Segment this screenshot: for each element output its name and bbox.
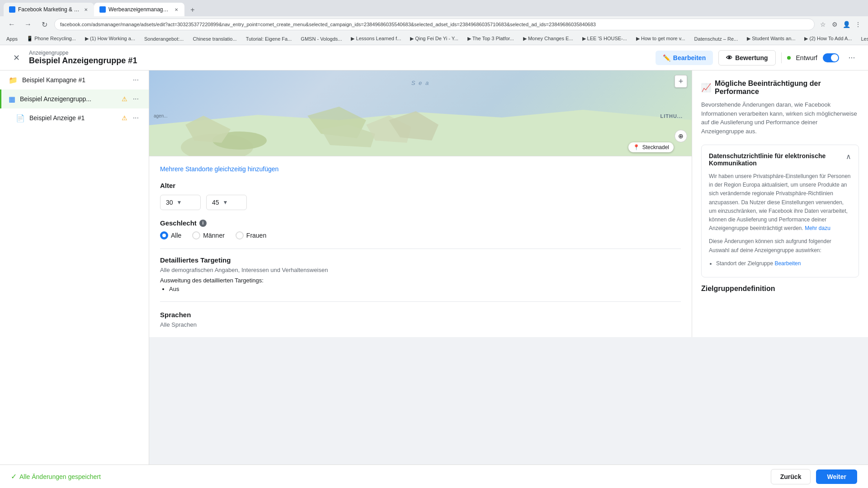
back-button[interactable]: ← (5, 18, 18, 31)
bookmark-lessons[interactable]: ▶ Lessons Learned f... (348, 35, 404, 42)
performance-warning-label: Mögliche Beeinträchtigung der Performanc… (715, 80, 859, 96)
bookmark-phone[interactable]: 📱 Phone Recycling... (24, 35, 79, 42)
privacy-body-1-text: Wir haben unsere Privatsphäre-Einstellun… (709, 173, 851, 231)
saved-check-icon: ✓ (11, 472, 17, 481)
tab-favicon-2 (99, 6, 106, 13)
map-zoom-in-button[interactable]: + (675, 75, 687, 88)
tab-close-1[interactable]: ✕ (83, 6, 89, 13)
map-lithu-label: LITHU... (660, 113, 683, 119)
browser-tab-1[interactable]: Facebook Marketing & Werbe... ✕ (4, 3, 94, 16)
ad-warning-icon: ⚠ (122, 114, 127, 122)
map-hagen-label: agen... (154, 113, 168, 118)
bookmark-qing[interactable]: ▶ Qing Fei De Yi - Y... (407, 35, 461, 42)
privacy-list-item-1: Standort der Zielgruppe Bearbeiten (716, 259, 851, 268)
targeting-expansion-value: Aus (169, 286, 681, 292)
status-toggle[interactable] (823, 53, 839, 62)
sidebar-item-ad[interactable]: 📄 Beispiel Anzeige #1 ⚠ ··· (0, 108, 149, 127)
map-sea-label: S e a (411, 80, 429, 86)
sidebar-item-adgroup[interactable]: ▦ Beispiel Anzeigengrupp... ⚠ ··· (0, 89, 149, 108)
tab-title-1: Facebook Marketing & Werbe... (18, 6, 80, 13)
address-bar[interactable]: facebook.com/adsmanager/manage/adsets/ed… (54, 19, 815, 30)
geschlecht-info-icon[interactable]: i (199, 220, 207, 227)
gender-maenner-radio[interactable] (192, 231, 200, 239)
performance-icon: 📈 (701, 83, 711, 93)
bookmark-money[interactable]: ▶ Money Changes E... (520, 35, 576, 42)
zielgruppe-title: Zielgruppendefinition (701, 285, 859, 293)
bookmark-how-working[interactable]: ▶ (1) How Working a... (82, 35, 138, 42)
mehr-dazu-link[interactable]: Mehr dazu (805, 225, 830, 231)
age-max-select[interactable]: 45 ▼ (206, 195, 247, 210)
grid-icon: ▦ (9, 95, 15, 103)
gender-alle-option[interactable]: Alle (160, 231, 181, 239)
edit-button[interactable]: ✏️ Bearbeiten (656, 51, 713, 65)
form-content: Mehrere Standorte gleichzeitig hinzufüge… (149, 156, 692, 337)
adgroup-more-button[interactable]: ··· (130, 94, 142, 104)
bookmark-daten[interactable]: Datenschutz – Re... (692, 35, 741, 42)
tab-favicon-1 (9, 6, 15, 13)
gender-alle-radio[interactable] (160, 231, 168, 239)
eye-icon: 👁 (726, 54, 732, 61)
menu-icon[interactable]: ⋮ (854, 20, 863, 29)
targeting-title: Detailliertes Targeting (160, 256, 681, 264)
profile-icon[interactable]: 👤 (842, 20, 851, 29)
map-stecknadel-button[interactable]: 📍 Stecknadel (628, 142, 674, 152)
bewertung-button[interactable]: 👁 Bewertung (718, 50, 775, 66)
adgroup-label: Beispiel Anzeigengrupp... (20, 95, 122, 103)
gender-alle-label: Alle (171, 232, 181, 239)
bookmark-gmsn[interactable]: GMSN - Vologds... (298, 35, 344, 42)
bookmark-how-get[interactable]: ▶ How to get more v... (633, 35, 688, 42)
gender-maenner-option[interactable]: Männer (192, 231, 224, 239)
targeting-expansion: Ausweitung des detaillierten Targetings:… (160, 277, 681, 292)
new-tab-button[interactable]: + (186, 4, 199, 16)
privacy-list-item-1-text: Standort der Zielgruppe (716, 260, 773, 267)
sprachen-section: Sprachen Alle Sprachen (160, 311, 681, 328)
close-button[interactable]: ✕ (9, 51, 24, 65)
geschlecht-radio-group: Alle Männer Frauen (160, 231, 681, 239)
map-location-button[interactable]: ⊕ (675, 130, 687, 142)
forward-button[interactable]: → (22, 18, 34, 31)
privacy-bearbeiten-link[interactable]: Bearbeiten (774, 260, 801, 267)
gender-frauen-radio[interactable] (236, 231, 244, 239)
right-panel: 📈 Mögliche Beeinträchtigung der Performa… (692, 70, 868, 337)
sprachen-value: Alle Sprachen (160, 321, 681, 328)
bookmark-lee[interactable]: ▶ LEE 'S HOUSE-... (580, 35, 630, 42)
main-panel: S e a LITHU... agen... + ⊕ 📍 Stecknadel … (149, 70, 692, 337)
bookmark-leseliste[interactable]: Leseliste (858, 35, 868, 42)
campaign-more-button[interactable]: ··· (130, 75, 142, 85)
browser-tab-2[interactable]: Werbeanzeigenmanager - We... ✕ (94, 3, 184, 16)
more-options-button[interactable]: ··· (844, 51, 859, 65)
file-icon: 📄 (16, 114, 25, 122)
status-dot (787, 56, 791, 60)
bookmark-chinese[interactable]: Chinese translatio... (190, 35, 239, 42)
bookmark-sonder[interactable]: Sonderangebot:... (142, 35, 186, 42)
targeting-expansion-list: Aus (169, 286, 681, 292)
sidebar-item-campaign[interactable]: 📁 Beispiel Kampagne #1 ··· (0, 70, 149, 89)
bookmark-icon[interactable]: ☆ (818, 20, 827, 29)
ad-more-button[interactable]: ··· (130, 113, 142, 123)
extensions-icon[interactable]: ⚙ (830, 20, 839, 29)
privacy-collapse-button[interactable]: ∧ (846, 152, 851, 161)
header-divider (781, 52, 782, 63)
tab-close-2[interactable]: ✕ (173, 6, 179, 13)
back-button[interactable]: Zurück (771, 469, 811, 484)
bookmark-how-add[interactable]: ▶ (2) How To Add A... (802, 35, 854, 42)
stecknadel-icon: 📍 (633, 144, 640, 150)
reload-button[interactable]: ↻ (38, 18, 51, 31)
ad-label: Beispiel Anzeige #1 (29, 114, 122, 122)
privacy-section: Datenschutzrichtlinie für elektronische … (701, 145, 859, 277)
bookmark-top3[interactable]: ▶ The Top 3 Platfor... (465, 35, 517, 42)
age-min-arrow: ▼ (177, 199, 182, 206)
age-row: 30 ▼ 45 ▼ (160, 195, 681, 210)
status-text: Entwurf (796, 54, 817, 61)
gender-frauen-option[interactable]: Frauen (236, 231, 266, 239)
add-locations-link[interactable]: Mehrere Standorte gleichzeitig hinzufüge… (160, 165, 681, 173)
bookmark-tutorial[interactable]: Tutorial: Eigene Fa... (243, 35, 295, 42)
saved-label: Alle Änderungen gespeichert (19, 473, 101, 480)
performance-warning-title: 📈 Mögliche Beeinträchtigung der Performa… (701, 80, 859, 96)
bookmark-apps[interactable]: Apps (4, 35, 20, 42)
gender-maenner-label: Männer (203, 232, 224, 239)
next-button[interactable]: Weiter (816, 469, 857, 484)
bookmark-student[interactable]: ▶ Student Wants an... (744, 35, 798, 42)
age-min-select[interactable]: 30 ▼ (160, 195, 201, 210)
divider-1 (160, 249, 681, 249)
